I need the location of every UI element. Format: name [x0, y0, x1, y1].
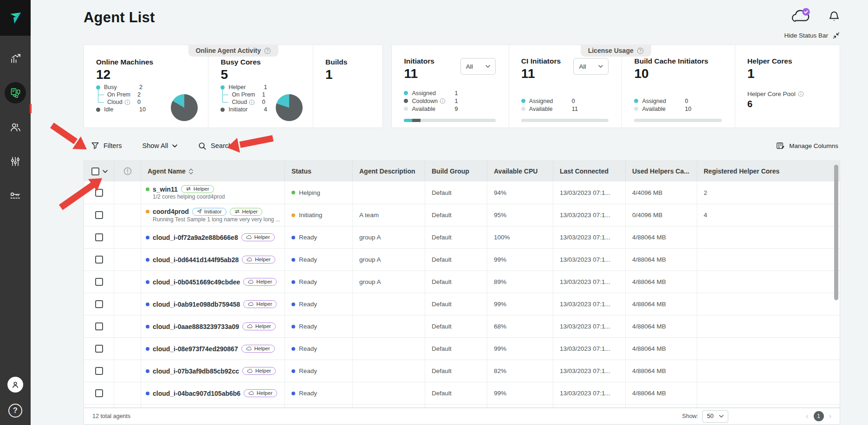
- online-activity-card-2: Builds 1: [313, 45, 382, 128]
- status-cell: Ready: [285, 249, 352, 270]
- row-checkbox[interactable]: [95, 233, 103, 241]
- panel-help-icon[interactable]: ?: [637, 47, 644, 54]
- sidebar-item-settings[interactable]: [5, 151, 26, 172]
- column-header-label: Registered Helper Cores: [704, 167, 779, 175]
- app-logo[interactable]: [0, 0, 31, 36]
- sidebar-item-analytics[interactable]: [5, 48, 26, 69]
- agent-status-dot: [146, 258, 149, 262]
- agent-name-cell: cloud_i-0d6441d144f95ab28Helper: [141, 249, 285, 270]
- table-row: cloud_i-08e973f74ed290867Helper Ready De…: [84, 337, 840, 360]
- agent-name-cell: cloud_i-04bac907d105ab6b6Helper: [141, 382, 285, 404]
- collapse-arrows-icon: [832, 32, 840, 39]
- help-button[interactable]: ?: [8, 404, 22, 418]
- last-connected-cell: 13/03/2023 07:1...: [553, 226, 625, 248]
- initiator-icon: [197, 209, 202, 214]
- build-group-cell: Default: [425, 360, 487, 382]
- cloud-helper-icon: [248, 302, 254, 306]
- column-header-status[interactable]: Status: [285, 161, 352, 181]
- stat-card-value: 1: [325, 67, 375, 82]
- legend-label: Assigned: [412, 90, 450, 97]
- panel-help-icon[interactable]: ?: [264, 47, 271, 54]
- show-all-dropdown[interactable]: Show All: [142, 142, 177, 149]
- agent-name[interactable]: cloud_i-0aae8883239733a09: [153, 323, 239, 330]
- info-icon[interactable]: [124, 99, 130, 105]
- status-dot: [291, 191, 295, 194]
- row-checkbox[interactable]: [95, 256, 103, 264]
- agent-name[interactable]: cloud_i-07b3af9db85cb92cc: [153, 367, 239, 375]
- agent-name[interactable]: cloud_i-0f72a9a2e88b666e8: [153, 234, 238, 241]
- column-header-build-group[interactable]: Build Group: [425, 161, 487, 181]
- helper-sync-icon: [186, 187, 191, 191]
- sidebar-item-agents[interactable]: [5, 82, 26, 103]
- bar-segment: [634, 119, 722, 122]
- agent-name[interactable]: cloud_i-0d6441d144f95ab28: [153, 256, 239, 264]
- sidebar-item-users[interactable]: [5, 116, 26, 138]
- stat-pie-chart: [276, 94, 303, 121]
- user-avatar[interactable]: [7, 377, 23, 393]
- legend-label: Busy: [104, 84, 135, 90]
- agent-name[interactable]: s_win11: [153, 186, 178, 193]
- page-size-select[interactable]: 50: [702, 410, 728, 423]
- cloud-connected-icon[interactable]: [790, 7, 811, 25]
- search-button[interactable]: Search: [198, 142, 232, 150]
- sidebar-item-license[interactable]: [5, 185, 26, 206]
- next-page-button[interactable]: ›: [829, 412, 831, 420]
- row-checkbox[interactable]: [95, 189, 103, 197]
- agent-name[interactable]: cloud_i-08e973f74ed290867: [153, 345, 238, 353]
- row-checkbox[interactable]: [95, 211, 103, 219]
- prev-page-button[interactable]: ‹: [806, 412, 808, 420]
- license-usage-bar: [634, 119, 722, 122]
- hide-status-bar-button[interactable]: Hide Status Bar: [784, 32, 840, 39]
- agent-subtitle: 1/2 cores helping coord4prod: [153, 193, 225, 200]
- legend-dot: [404, 99, 408, 103]
- vertical-scrollbar[interactable]: [834, 165, 838, 300]
- license-filter-dropdown[interactable]: All: [573, 58, 609, 75]
- row-checkbox[interactable]: [95, 322, 103, 330]
- table-row: s_win11Helper 1/2 cores helping coord4pr…: [84, 181, 840, 204]
- info-icon[interactable]: [249, 99, 255, 105]
- status-dot: [291, 280, 295, 284]
- select-all-checkbox[interactable]: [91, 167, 99, 175]
- info-icon[interactable]: [440, 98, 446, 104]
- row-checkbox[interactable]: [95, 345, 103, 353]
- column-header-agent-name[interactable]: Agent Name: [141, 161, 285, 181]
- used-helpers-cell: 4/88064 MB: [625, 226, 697, 248]
- pagination: ‹ 1 ›: [806, 411, 831, 421]
- current-page[interactable]: 1: [814, 411, 824, 421]
- notifications-bell-icon[interactable]: [828, 10, 840, 23]
- agent-name[interactable]: cloud_i-0b0451669c49cbdee: [153, 278, 240, 286]
- chevron-down-icon: [486, 65, 490, 68]
- agent-name[interactable]: cloud_i-04bac907d105ab6b6: [153, 390, 240, 397]
- legend-label: Cloud: [107, 99, 133, 105]
- registered-helper-cores-cell: 2: [697, 181, 840, 204]
- column-header-agent-description[interactable]: Agent Description: [352, 161, 425, 181]
- agent-status-dot: [146, 280, 149, 284]
- incredibuild-logo-icon: [8, 11, 23, 26]
- agent-name-cell: cloud_i-0ab91e098db759458Helper: [141, 293, 285, 315]
- sort-icon[interactable]: [189, 168, 193, 174]
- license-filter-dropdown[interactable]: All: [460, 58, 496, 75]
- row-checkbox[interactable]: [95, 367, 103, 375]
- available-cpu-cell: 82%: [487, 360, 553, 382]
- row-checkbox[interactable]: [95, 389, 103, 397]
- used-helpers-cell: 4/88064 MB: [625, 271, 697, 293]
- available-cpu-cell: 68%: [487, 316, 553, 337]
- manage-columns-button[interactable]: Manage Columns: [776, 142, 838, 150]
- filters-button[interactable]: Filters: [91, 142, 122, 150]
- agent-status-dot: [146, 369, 149, 373]
- filter-funnel-icon: [91, 142, 99, 150]
- column-header-available-cpu[interactable]: Available CPU: [487, 161, 553, 181]
- agent-name[interactable]: coord4prod: [153, 208, 189, 215]
- row-checkbox[interactable]: [95, 278, 103, 286]
- main-content: Agent List Hide Status Bar Online Agent …: [31, 0, 868, 425]
- agent-name[interactable]: cloud_i-0ab91e098db759458: [153, 301, 240, 308]
- row-checkbox[interactable]: [95, 300, 103, 308]
- used-helpers-cell: 0/4096 MB: [625, 204, 697, 226]
- status-cell: Ready: [285, 316, 352, 337]
- column-header-last-connected[interactable]: Last Connected: [553, 161, 625, 181]
- info-icon[interactable]: [798, 91, 804, 97]
- column-header-registered-helper-cores[interactable]: Registered Helper Cores: [697, 161, 840, 181]
- select-menu-chevron-icon[interactable]: [103, 170, 108, 173]
- column-header-used-helpers-ca[interactable]: Used Helpers Ca...: [625, 161, 697, 181]
- legend-dot: [96, 108, 100, 112]
